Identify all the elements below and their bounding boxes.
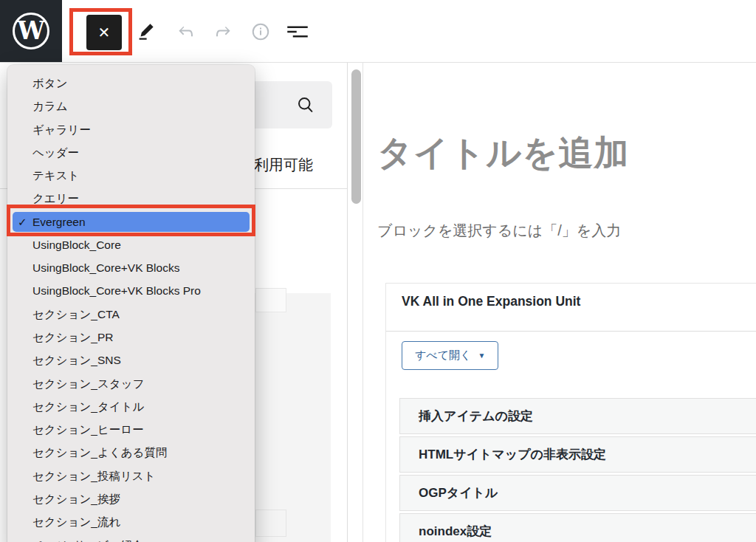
redo-icon bbox=[213, 21, 235, 45]
menu-item-label: セクション_よくある質問 bbox=[32, 446, 167, 459]
menu-item-label: Evergreen bbox=[32, 216, 86, 228]
canvas-scrollbar[interactable] bbox=[351, 69, 361, 204]
menu-item-label: セクション_投稿リスト bbox=[32, 470, 156, 482]
list-view-button[interactable] bbox=[286, 21, 309, 44]
menu-item-label: UsingBlock_Core+VK Blocks Pro bbox=[32, 284, 201, 297]
accordion-section-0[interactable]: 挿入アイテムの設定 bbox=[399, 398, 756, 434]
menu-item-label: セクション_流れ bbox=[32, 515, 120, 528]
menu-item-6[interactable]: ✓Evergreen bbox=[13, 212, 250, 232]
post-title-placeholder[interactable]: タイトルを追加 bbox=[377, 130, 630, 176]
list-view-icon bbox=[286, 21, 309, 45]
menu-item-label: セクション_スタッフ bbox=[32, 377, 144, 390]
menu-item-label: セクション_ヒーロー bbox=[32, 423, 144, 436]
wordpress-logo-button[interactable]: W bbox=[0, 0, 62, 62]
menu-item-12[interactable]: セクション_SNS bbox=[7, 349, 255, 371]
vk-panel-title: VK All in One Expansion Unit bbox=[402, 294, 580, 309]
menu-item-label: ページ_サービス紹介 bbox=[32, 539, 143, 542]
checkmark-icon: ✓ bbox=[18, 212, 27, 232]
menu-item-10[interactable]: セクション_CTA bbox=[7, 303, 255, 326]
menu-item-18[interactable]: セクション_挨拶 bbox=[7, 487, 255, 510]
menu-item-label: カラム bbox=[32, 100, 68, 112]
menu-item-7[interactable]: UsingBlock_Core bbox=[7, 233, 255, 256]
pencil-icon bbox=[135, 21, 157, 45]
toggle-inserter-button[interactable]: ✕ bbox=[86, 15, 122, 50]
menu-item-5[interactable]: クエリー bbox=[7, 187, 255, 210]
vk-panel-divider bbox=[386, 331, 756, 332]
info-icon bbox=[250, 21, 272, 45]
expand-all-button[interactable]: すべて開く ▼ bbox=[402, 341, 498, 370]
caret-down-icon: ▼ bbox=[478, 351, 485, 360]
vk-expansion-unit-panel: VK All in One Expansion Unit すべて開く ▼ 挿入ア… bbox=[385, 283, 756, 542]
accordion-list: 挿入アイテムの設定HTMLサイトマップの非表示設定OGPタイトルnoindex設… bbox=[399, 398, 756, 542]
canvas-left-border bbox=[362, 63, 363, 542]
redo-button[interactable] bbox=[213, 21, 235, 44]
wordpress-logo-icon: W bbox=[13, 13, 49, 49]
menu-item-label: ギャラリー bbox=[32, 123, 91, 136]
edit-mode-button[interactable] bbox=[135, 21, 157, 44]
menu-item-3[interactable]: ヘッダー bbox=[7, 141, 255, 164]
menu-item-13[interactable]: セクション_スタッフ bbox=[7, 372, 255, 395]
editor-canvas: タイトルを追加 ブロックを選択するには「/」を入力 VK All in One … bbox=[363, 63, 756, 542]
menu-item-label: セクション_CTA bbox=[32, 308, 120, 320]
menu-item-15[interactable]: セクション_ヒーロー bbox=[7, 418, 255, 441]
undo-icon bbox=[174, 21, 196, 45]
menu-item-label: セクション_タイトル bbox=[32, 400, 144, 413]
details-button[interactable] bbox=[250, 21, 272, 44]
accordion-section-3[interactable]: noindex設定 bbox=[399, 513, 756, 542]
menu-item-label: セクション_SNS bbox=[32, 354, 121, 366]
menu-item-1[interactable]: カラム bbox=[7, 95, 255, 117]
menu-item-label: セクション_挨拶 bbox=[32, 493, 120, 505]
menu-item-16[interactable]: セクション_よくある質問 bbox=[7, 441, 255, 464]
editor-topbar: W ✕ bbox=[0, 0, 756, 63]
menu-item-2[interactable]: ギャラリー bbox=[7, 118, 255, 141]
dropdown-menu-list: ボタンカラムギャラリーヘッダーテキストクエリー✓EvergreenUsingBl… bbox=[7, 72, 255, 542]
menu-item-label: ボタン bbox=[32, 77, 68, 89]
menu-item-0[interactable]: ボタン bbox=[7, 72, 255, 95]
empty-block-placeholder[interactable]: ブロックを選択するには「/」を入力 bbox=[377, 221, 621, 241]
menu-item-label: UsingBlock_Core+VK Blocks bbox=[32, 261, 179, 274]
pattern-thumbnail bbox=[255, 288, 286, 312]
close-icon: ✕ bbox=[98, 25, 111, 40]
patterns-available-label: 利用可能 bbox=[254, 155, 313, 175]
menu-item-11[interactable]: セクション_PR bbox=[7, 326, 255, 349]
undo-button[interactable] bbox=[174, 21, 196, 44]
menu-item-4[interactable]: テキスト bbox=[7, 164, 255, 187]
expand-all-label: すべて開く bbox=[415, 349, 471, 363]
menu-item-label: UsingBlock_Core bbox=[32, 239, 121, 251]
search-icon bbox=[295, 95, 316, 115]
menu-item-label: セクション_PR bbox=[32, 331, 113, 343]
pattern-thumbnail bbox=[255, 510, 286, 537]
accordion-section-2[interactable]: OGPタイトル bbox=[399, 475, 756, 511]
menu-item-14[interactable]: セクション_タイトル bbox=[7, 395, 255, 418]
accordion-section-1[interactable]: HTMLサイトマップの非表示設定 bbox=[399, 436, 756, 473]
menu-item-17[interactable]: セクション_投稿リスト bbox=[7, 464, 255, 487]
menu-item-8[interactable]: UsingBlock_Core+VK Blocks bbox=[7, 256, 255, 279]
menu-item-19[interactable]: セクション_流れ bbox=[7, 510, 255, 533]
menu-item-label: クエリー bbox=[32, 192, 79, 205]
menu-item-9[interactable]: UsingBlock_Core+VK Blocks Pro bbox=[7, 279, 255, 302]
sidebar-border bbox=[347, 63, 348, 542]
pattern-category-dropdown: ボタンカラムギャラリーヘッダーテキストクエリー✓EvergreenUsingBl… bbox=[7, 65, 255, 542]
menu-item-label: テキスト bbox=[32, 169, 79, 182]
menu-item-20[interactable]: ページ_サービス紹介 bbox=[7, 534, 255, 542]
menu-item-label: ヘッダー bbox=[32, 146, 79, 159]
